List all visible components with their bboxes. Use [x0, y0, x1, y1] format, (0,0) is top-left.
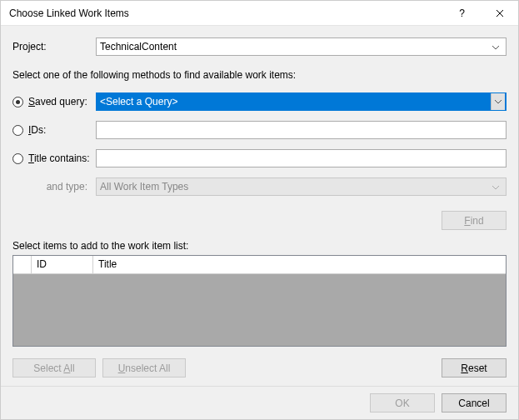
reset-button[interactable]: Reset	[442, 358, 507, 378]
selection-buttons: Select All Unselect All Reset	[12, 358, 507, 378]
title-contains-radio[interactable]	[12, 153, 23, 164]
dialog-footer: OK Cancel	[1, 386, 518, 419]
title-contains-input[interactable]	[96, 149, 507, 168]
ok-button: OK	[370, 393, 435, 412]
chevron-down-icon	[491, 93, 505, 110]
and-type-dropdown: All Work Item Types	[96, 178, 507, 196]
grid-col-id[interactable]: ID	[32, 256, 93, 273]
grid-col-select[interactable]	[13, 256, 32, 273]
title-contains-row: Title contains:	[12, 149, 507, 168]
ids-label: IDs:	[28, 124, 46, 136]
chevron-down-icon	[489, 181, 502, 192]
project-row: Project: TechnicalContent	[12, 38, 507, 56]
saved-query-dropdown[interactable]: <Select a Query>	[96, 92, 507, 111]
dialog-choose-linked-work-items: Choose Linked Work Items ? Project: Tech…	[0, 0, 519, 420]
find-button: Find	[442, 211, 507, 230]
ids-radio[interactable]	[12, 125, 23, 136]
and-type-label: and type:	[12, 181, 96, 192]
titlebar: Choose Linked Work Items ?	[1, 1, 518, 26]
chevron-down-icon	[489, 41, 502, 52]
and-type-value: All Work Item Types	[100, 181, 489, 192]
project-value: TechnicalContent	[100, 41, 489, 52]
close-button[interactable]	[481, 1, 518, 26]
cancel-button[interactable]: Cancel	[442, 393, 507, 412]
dialog-content: Project: TechnicalContent Select one of …	[1, 26, 518, 386]
results-grid[interactable]: ID Title	[12, 255, 507, 347]
help-icon: ?	[459, 8, 465, 19]
saved-query-label: Saved query:	[28, 96, 87, 108]
find-row: Find	[12, 211, 507, 230]
saved-query-value: <Select a Query>	[100, 96, 491, 108]
select-all-button: Select All	[12, 358, 96, 378]
project-label: Project:	[12, 41, 96, 52]
saved-query-radio[interactable]	[12, 97, 23, 108]
help-button[interactable]: ?	[443, 1, 481, 26]
close-icon	[496, 9, 504, 18]
instruction-text: Select one of the following methods to f…	[12, 69, 507, 81]
dialog-title: Choose Linked Work Items	[9, 8, 443, 19]
ids-row: IDs:	[12, 121, 507, 139]
grid-body	[13, 274, 506, 346]
ids-input[interactable]	[96, 121, 507, 139]
grid-col-title[interactable]: Title	[93, 256, 506, 273]
grid-header: ID Title	[13, 256, 506, 274]
unselect-all-button: Unselect All	[102, 358, 186, 378]
and-type-row: and type: All Work Item Types	[12, 178, 507, 196]
saved-query-row: Saved query: <Select a Query>	[12, 92, 507, 111]
grid-label: Select items to add to the work item lis…	[12, 240, 507, 252]
title-contains-label: Title contains:	[28, 152, 90, 164]
project-dropdown[interactable]: TechnicalContent	[96, 38, 507, 56]
